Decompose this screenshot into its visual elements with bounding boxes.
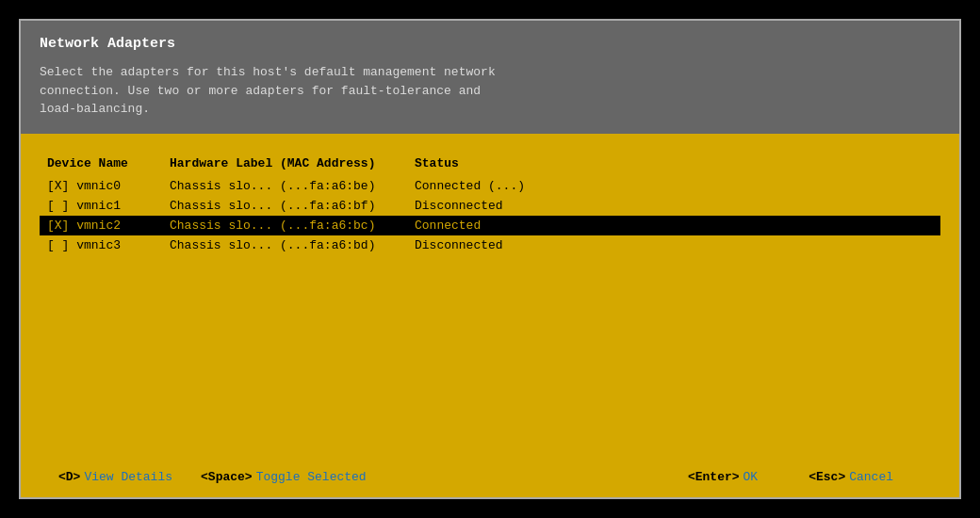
footer-ok[interactable]: <Enter> OK — [688, 470, 758, 484]
label-cancel: Cancel — [849, 470, 893, 484]
row2-hardware: Chassis slo... (...fa:a6:bc) — [170, 219, 415, 233]
row0-hardware: Chassis slo... (...fa:a6:be) — [170, 179, 415, 193]
row3-status: Disconnected — [415, 238, 603, 252]
col-device-name: Device Name — [47, 156, 170, 170]
footer-right: <Enter> OK <Esc> Cancel — [688, 470, 922, 484]
adapter-table: Device Name Hardware Label (MAC Address)… — [40, 153, 940, 458]
description-line3: load-balancing. — [40, 100, 940, 119]
table-header: Device Name Hardware Label (MAC Address)… — [40, 153, 940, 174]
footer-cancel[interactable]: <Esc> Cancel — [808, 470, 893, 484]
row3-hardware: Chassis slo... (...fa:a6:bd) — [170, 238, 415, 252]
row0-checkbox-device: [X] vmnic0 — [47, 179, 170, 193]
label-toggle-selected: Toggle Selected — [256, 470, 367, 484]
row2-checkbox-device: [X] vmnic2 — [47, 219, 170, 233]
row1-checkbox-device: [ ] vmnic1 — [47, 199, 170, 213]
description-line2: connection. Use two or more adapters for… — [40, 82, 940, 101]
footer-section: <D> View Details <Space> Toggle Selected… — [40, 457, 940, 497]
table-row[interactable]: [X] vmnic0 Chassis slo... (...fa:a6:be) … — [40, 176, 940, 196]
content-section: Device Name Hardware Label (MAC Address)… — [21, 134, 959, 498]
header-description: Select the adapters for this host's defa… — [40, 63, 940, 119]
label-view-details: View Details — [84, 470, 172, 484]
key-space: <Space> — [201, 470, 253, 484]
row1-status: Disconnected — [415, 199, 603, 213]
col-hardware-label: Hardware Label (MAC Address) — [170, 156, 415, 170]
row3-checkbox-device: [ ] vmnic3 — [47, 238, 170, 252]
row1-hardware: Chassis slo... (...fa:a6:bf) — [170, 199, 415, 213]
network-adapters-window: Network Adapters Select the adapters for… — [19, 19, 961, 499]
key-d: <D> — [58, 470, 80, 484]
footer-view-details[interactable]: <D> View Details — [58, 470, 172, 484]
table-row-selected[interactable]: [X] vmnic2 Chassis slo... (...fa:a6:bc) … — [40, 216, 940, 235]
table-row[interactable]: [ ] vmnic3 Chassis slo... (...fa:a6:bd) … — [40, 235, 940, 255]
description-line1: Select the adapters for this host's defa… — [40, 63, 940, 82]
label-ok: OK — [743, 470, 759, 484]
row2-status: Connected — [415, 219, 603, 233]
key-enter: <Enter> — [688, 470, 740, 484]
window-title: Network Adapters — [40, 36, 940, 52]
header-section: Network Adapters Select the adapters for… — [21, 21, 959, 134]
footer-toggle-selected[interactable]: <Space> Toggle Selected — [201, 470, 367, 484]
row0-status: Connected (...) — [415, 179, 603, 193]
table-row[interactable]: [ ] vmnic1 Chassis slo... (...fa:a6:bf) … — [40, 196, 940, 216]
col-status: Status — [415, 156, 603, 170]
key-esc: <Esc> — [808, 470, 845, 484]
